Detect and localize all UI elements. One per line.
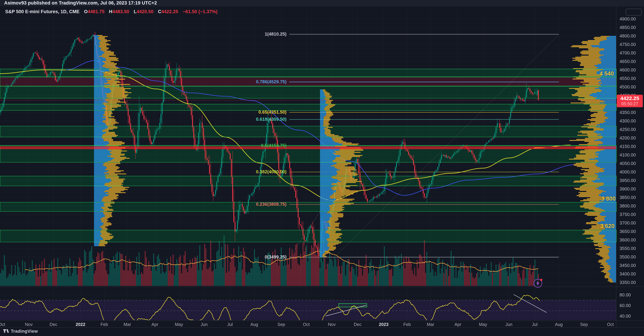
tradingview-mark-icon [3,329,9,334]
time-axis-month: Oct [607,322,614,327]
tradingview-logo[interactable]: TradingView [3,328,38,334]
price-tick: 3800.00 [620,203,636,209]
price-tick: 3450.00 [620,263,636,268]
fib-level-label[interactable]: 1(4810.25) [215,32,286,37]
price-tick: 4250.00 [620,127,636,132]
time-axis-month: Sep [580,322,588,327]
time-axis-month: Mar [427,322,434,327]
price-tick: 3650.00 [620,229,636,234]
symbol-legend[interactable]: S&P 500 E-mini Futures, 1D, CME O4481.75… [5,9,218,14]
lightning-icon[interactable] [534,279,542,288]
time-axis-month: Nov [328,322,336,327]
lightning-bolt-glyph [536,281,540,286]
price-tick: 4650.00 [620,59,636,64]
price-tick: 4050.00 [620,161,636,166]
time-axis-month: Apr [152,322,158,327]
time-axis-month: Nov [25,322,32,327]
change-value: −61.50 (−1.37%) [183,9,218,14]
publish-text: Asimov93 published on TradingView.com, J… [4,0,157,6]
price-tick: 3900.00 [620,186,636,192]
tradingview-logo-text: TradingView [11,328,38,334]
fib-level-label[interactable]: 0.236(3808.75) [215,202,286,207]
price-tick: 3950.00 [620,178,636,183]
time-axis-month: Dec [50,322,57,327]
price-scale-button[interactable] [626,9,642,16]
last-price: 4422.25 [617,96,643,101]
time-axis-month: Sep [278,322,285,327]
price-tick: 3700.00 [620,220,636,226]
ohlc-open: O4481.75 [84,9,104,14]
fib-level-label[interactable]: 0.382(4000.00) [215,169,286,174]
notification-dot [540,279,542,281]
price-tick: 4550.00 [620,76,636,81]
price-tick: 4750.00 [620,42,636,47]
symbol-title: S&P 500 E-mini Futures, 1D, CME [5,9,80,14]
price-tick: 4500.00 [620,84,636,90]
price-tick: 4800.00 [620,33,636,39]
profile-poc-label: 3 800 [601,195,616,202]
profile-poc-label: 3 620 [600,223,615,229]
time-axis-month: Oct [303,322,310,327]
time-axis-month: Oct [0,322,5,327]
ohlc-low: L4420.50 [134,9,154,14]
price-tick: 4200.00 [620,135,636,141]
price-badge: 4422.25 05:50:27 [617,95,643,107]
time-axis-month: Feb [100,322,108,327]
time-axis-month: Aug [555,322,563,327]
fib-level-label[interactable]: 0.618(4309.50) [215,116,286,122]
chart-canvas[interactable] [0,0,644,336]
price-tick: 3500.00 [620,254,636,260]
price-tick: 4150.00 [620,144,636,149]
rsi-tick: 40.00 [620,314,631,319]
fib-level-label[interactable]: 0(3499.25) [215,254,286,260]
price-tick: 4300.00 [620,118,636,124]
price-tick: 4100.00 [620,152,636,158]
time-axis-year: 2022 [76,322,85,327]
ohlc-close: C4422.25 [158,9,178,14]
time-axis-month: Dec [354,322,362,327]
ohlc-high: H4483.50 [109,9,129,14]
time-axis-month: May [175,322,183,327]
time-axis-month: Jun [506,322,512,327]
time-axis-month: Apr [454,322,461,327]
price-tick: 3400.00 [620,271,636,277]
rsi-tick: 80.00 [620,292,631,298]
profile-poc-label: 4 540 [600,70,614,77]
price-tick: 3550.00 [620,246,636,251]
time-axis-year: 2023 [379,322,388,327]
time-axis-month: Jul [227,322,233,327]
bar-countdown: 05:50:27 [617,101,643,106]
price-tick: 4600.00 [620,67,636,73]
time-axis-month: May [479,322,487,327]
fib-level-label[interactable]: 0.5(4154.75) [215,143,286,148]
time-axis-month: Jul [532,322,538,327]
price-tick: 4000.00 [620,169,636,175]
time-axis-month: Mar [124,322,131,327]
price-tick: 4700.00 [620,50,636,56]
time-axis-month: Aug [250,322,258,327]
fib-level-label[interactable]: 0.65(4351.50) [215,110,286,115]
time-axis-month: Jun [201,322,208,327]
price-tick: 4900.00 [620,16,636,22]
price-tick: 3750.00 [620,212,636,217]
fib-level-label[interactable]: 0.786(4529.75) [215,79,286,84]
time-axis-month: Feb [403,322,411,327]
price-tick: 3600.00 [620,237,636,243]
publish-bar: Asimov93 published on TradingView.com, J… [0,0,644,6]
price-tick: 3850.00 [620,195,636,200]
rsi-tick: 60.00 [620,303,631,308]
price-tick: 4350.00 [620,110,636,115]
price-tick: 4850.00 [620,25,636,30]
tradingview-chart-page: Asimov93 published on TradingView.com, J… [0,0,644,336]
price-tick: 3350.00 [620,280,636,285]
